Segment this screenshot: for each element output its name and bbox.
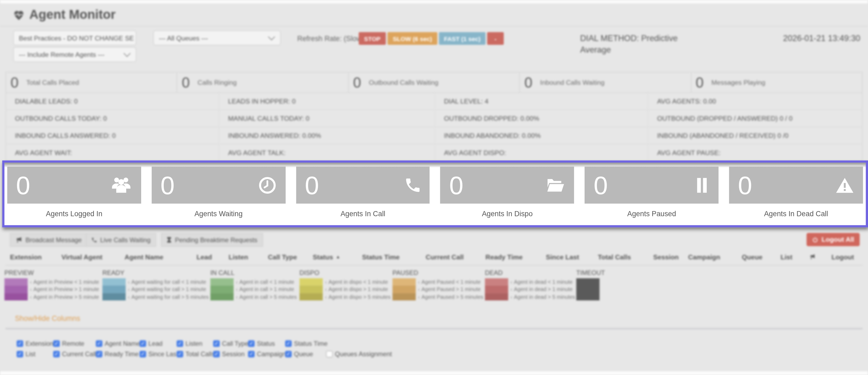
checkbox-checked-icon[interactable] bbox=[177, 340, 183, 347]
checkbox-checked-icon[interactable] bbox=[177, 351, 183, 357]
checkbox-checked-icon[interactable] bbox=[248, 340, 255, 347]
toggle-call-type[interactable]: Call Type bbox=[213, 340, 248, 347]
legend-title: TIMEOUT bbox=[576, 269, 605, 276]
column-header-extension[interactable]: Extension bbox=[10, 253, 41, 261]
legend-preview: PREVIEW ‹Agent in Preview < 1 minute ‹Ag… bbox=[5, 269, 99, 300]
toggle-label: Agent Name bbox=[105, 340, 140, 347]
toggle-total-calls[interactable]: Total Calls bbox=[177, 351, 215, 357]
broadcast-message-label: Broadcast Message bbox=[26, 237, 82, 243]
toggle-remote[interactable]: Remote bbox=[53, 340, 84, 347]
checkbox-checked-icon[interactable] bbox=[96, 351, 102, 357]
checkbox-checked-icon[interactable] bbox=[213, 351, 220, 357]
pending-breaktime-requests-button[interactable]: Pending Breaktime Requests bbox=[161, 233, 263, 247]
column-header-logout[interactable]: Logout bbox=[832, 253, 854, 261]
toggle-lead[interactable]: Lead bbox=[140, 340, 163, 347]
checkbox-checked-icon[interactable] bbox=[53, 351, 60, 357]
show-hide-divider bbox=[6, 328, 863, 329]
checkbox-checked-icon[interactable] bbox=[96, 340, 102, 347]
legend-line: ‹Agent waiting for call > 5 minutes bbox=[128, 293, 209, 300]
column-header-session[interactable]: Session bbox=[653, 253, 679, 261]
column-header-status[interactable]: Status▲ bbox=[313, 253, 340, 261]
toggle-ready-time[interactable]: Ready Time bbox=[96, 351, 139, 357]
legend-line: ‹Agent in call > 5 minutes bbox=[236, 293, 297, 300]
column-header-queue[interactable]: Queue bbox=[742, 253, 763, 261]
legend-title: READY bbox=[102, 269, 209, 276]
column-header-call-type[interactable]: Call Type bbox=[268, 253, 297, 261]
toggle-listen[interactable]: Listen bbox=[177, 340, 203, 347]
legend-swatch-dead bbox=[485, 278, 508, 300]
megaphone-icon bbox=[16, 237, 22, 243]
legend-swatch-timeout bbox=[576, 278, 599, 300]
toggle-current-call[interactable]: Current Call bbox=[53, 351, 96, 357]
toggle-label: Lead bbox=[148, 340, 163, 347]
column-header-current-call[interactable]: Current Call bbox=[426, 253, 464, 261]
legend-paused: PAUSED ‹Agent Paused < 1 minute ‹Agent P… bbox=[393, 269, 483, 300]
legend-line: ‹Agent in Preview > 1 minute bbox=[30, 286, 99, 293]
toggle-queue[interactable]: Queue bbox=[285, 351, 313, 357]
toggle-agent-name[interactable]: Agent Name bbox=[96, 340, 140, 347]
bottom-edge bbox=[0, 371, 868, 375]
legend-swatch-preview bbox=[5, 278, 28, 300]
logout-all-button[interactable]: Logout All bbox=[807, 233, 860, 246]
column-header-since-last[interactable]: Since Last bbox=[546, 253, 579, 261]
legend-line: ‹Agent in dispo > 1 minute bbox=[325, 286, 391, 293]
toggle-label: Status Time bbox=[294, 340, 328, 347]
column-header-status-label: Status bbox=[313, 253, 333, 261]
toggle-label: Total Calls bbox=[185, 351, 215, 357]
toggle-queues-assignment[interactable]: Queues Assignment bbox=[326, 351, 392, 357]
legend-swatch-in-call bbox=[210, 278, 234, 300]
legend-line: ‹Agent in dead > 5 minutes bbox=[510, 293, 575, 300]
legend-dead: DEAD ‹Agent in dead < 1 minute ‹Agent in… bbox=[485, 269, 575, 300]
toggle-label: Queues Assignment bbox=[335, 351, 392, 357]
toggle-label: Ready Time bbox=[105, 351, 139, 357]
legend-line: ‹Agent waiting for call > 1 minute bbox=[128, 286, 209, 293]
live-calls-waiting-button[interactable]: Live Calls Waiting bbox=[86, 233, 156, 247]
checkbox-checked-icon[interactable] bbox=[17, 351, 23, 357]
checkbox-checked-icon[interactable] bbox=[248, 351, 255, 357]
phone-icon bbox=[91, 237, 97, 243]
column-header-listen[interactable]: Listen bbox=[229, 253, 248, 261]
column-header-list[interactable]: List bbox=[780, 253, 792, 261]
column-header-ready-time[interactable]: Ready Time bbox=[486, 253, 523, 261]
toggle-extension[interactable]: Extension bbox=[17, 340, 54, 347]
legend-line: ‹Agent in Preview < 1 minute bbox=[30, 278, 99, 285]
column-header-total-calls[interactable]: Total Calls bbox=[598, 253, 631, 261]
toggle-since-last[interactable]: Since Last bbox=[140, 351, 178, 357]
column-header-agent-name[interactable]: Agent Name bbox=[125, 253, 163, 261]
toggle-status-time[interactable]: Status Time bbox=[285, 340, 328, 347]
megaphone-column-icon[interactable] bbox=[809, 254, 815, 260]
toggle-label: Session bbox=[222, 351, 245, 357]
column-header-lead[interactable]: Lead bbox=[196, 253, 212, 261]
checkbox-checked-icon[interactable] bbox=[213, 340, 220, 347]
live-calls-waiting-label: Live Calls Waiting bbox=[100, 237, 151, 243]
toggle-status[interactable]: Status bbox=[248, 340, 275, 347]
legend-line: ‹Agent in dispo < 1 minute bbox=[325, 278, 391, 285]
checkbox-checked-icon[interactable] bbox=[285, 340, 292, 347]
legend-title: DEAD bbox=[485, 269, 575, 276]
agent-monitor-page: Agent Monitor Best Practices - DO NOT CH… bbox=[0, 0, 868, 375]
checkbox-checked-icon[interactable] bbox=[17, 340, 23, 347]
column-header-campaign[interactable]: Campaign bbox=[688, 253, 720, 261]
checkbox-unchecked-icon[interactable] bbox=[326, 351, 333, 357]
checkbox-checked-icon[interactable] bbox=[140, 340, 146, 347]
hourglass-icon bbox=[167, 237, 172, 243]
toggle-session[interactable]: Session bbox=[213, 351, 245, 357]
toggle-campaign[interactable]: Campaign bbox=[248, 351, 286, 357]
toggle-label: Current Call bbox=[62, 351, 96, 357]
legend-line: ‹Agent in call < 1 minute bbox=[236, 278, 297, 285]
broadcast-message-button[interactable]: Broadcast Message bbox=[10, 233, 87, 247]
legend-line: ‹Agent Paused > 1 minute bbox=[418, 286, 483, 293]
legend-title: PAUSED bbox=[393, 269, 483, 276]
checkbox-checked-icon[interactable] bbox=[53, 340, 60, 347]
bottom-section: Broadcast Message Live Calls Waiting Pen… bbox=[0, 0, 868, 375]
checkbox-checked-icon[interactable] bbox=[140, 351, 146, 357]
checkbox-checked-icon[interactable] bbox=[285, 351, 292, 357]
show-hide-columns-toggle[interactable]: Show/Hide Columns bbox=[15, 314, 80, 323]
column-header-status-time[interactable]: Status Time bbox=[362, 253, 400, 261]
column-header-virtual-agent[interactable]: Virtual Agent bbox=[61, 253, 102, 261]
sort-asc-icon: ▲ bbox=[336, 254, 340, 260]
toggle-label: Status bbox=[257, 340, 275, 347]
legend-line: ‹Agent in Preview > 5 minute bbox=[30, 293, 99, 300]
toggle-list[interactable]: List bbox=[17, 351, 35, 357]
logout-all-label: Logout All bbox=[822, 236, 854, 244]
